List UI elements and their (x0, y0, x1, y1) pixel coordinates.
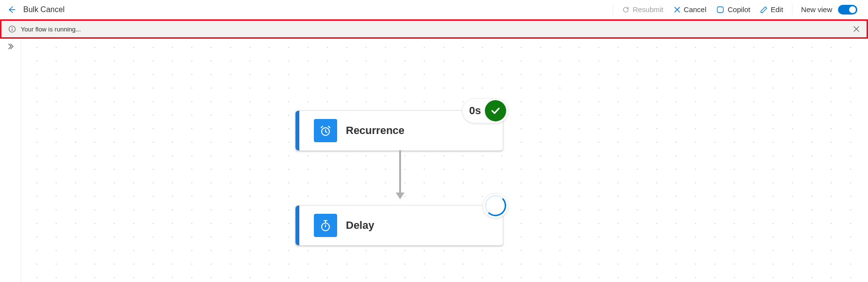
node-status-badge (482, 193, 509, 218)
checkmark-icon (485, 100, 506, 121)
new-view-toggle-group: New view (797, 3, 861, 16)
separator (792, 4, 792, 15)
cancel-button[interactable]: Cancel (669, 3, 711, 15)
spinner-icon (485, 195, 506, 216)
copilot-icon (716, 5, 725, 14)
infobar: Your flow is running... (1, 21, 867, 37)
toolbar-left: Bulk Cancel (7, 5, 64, 15)
flow-connector (399, 150, 401, 198)
resubmit-label: Resubmit (633, 5, 663, 14)
separator (613, 4, 613, 15)
stopwatch-icon (314, 214, 337, 237)
flow-canvas[interactable]: Recurrence 0s Delay (21, 39, 868, 282)
infobar-close-icon[interactable] (853, 26, 860, 32)
canvas-area: Recurrence 0s Delay (0, 39, 868, 282)
sidebar-collapsed (0, 39, 21, 282)
clock-icon (314, 119, 337, 142)
infobar-highlight: Your flow is running... (0, 19, 868, 39)
svg-point-1 (12, 27, 13, 28)
node-accent (295, 206, 299, 245)
new-view-toggle[interactable] (838, 5, 857, 15)
info-icon (8, 25, 16, 33)
status-duration: 0s (469, 104, 481, 117)
toolbar-right: Resubmit Cancel Copilot Edit New view (610, 3, 861, 16)
back-arrow-icon[interactable] (7, 5, 16, 15)
cancel-label: Cancel (684, 5, 707, 14)
node-status-badge: 0s (462, 98, 509, 123)
svg-rect-2 (12, 29, 12, 31)
flow-node-recurrence[interactable]: Recurrence 0s (295, 110, 503, 151)
page-title: Bulk Cancel (23, 5, 64, 14)
close-icon (673, 6, 681, 14)
pencil-icon (760, 6, 768, 14)
node-label: Delay (346, 219, 374, 232)
resubmit-button: Resubmit (618, 3, 667, 15)
new-view-label: New view (801, 5, 832, 14)
expand-sidebar-icon[interactable] (7, 43, 15, 50)
top-toolbar: Bulk Cancel Resubmit Cancel Copilot Ed (0, 0, 868, 19)
infobar-message: Your flow is running... (21, 26, 81, 33)
copilot-label: Copilot (728, 5, 750, 14)
node-label: Recurrence (346, 124, 404, 137)
flow-node-delay[interactable]: Delay (295, 205, 503, 246)
edit-button[interactable]: Edit (756, 3, 787, 15)
node-accent (295, 111, 299, 150)
refresh-icon (622, 6, 630, 14)
copilot-button[interactable]: Copilot (712, 3, 754, 16)
edit-label: Edit (771, 5, 783, 14)
